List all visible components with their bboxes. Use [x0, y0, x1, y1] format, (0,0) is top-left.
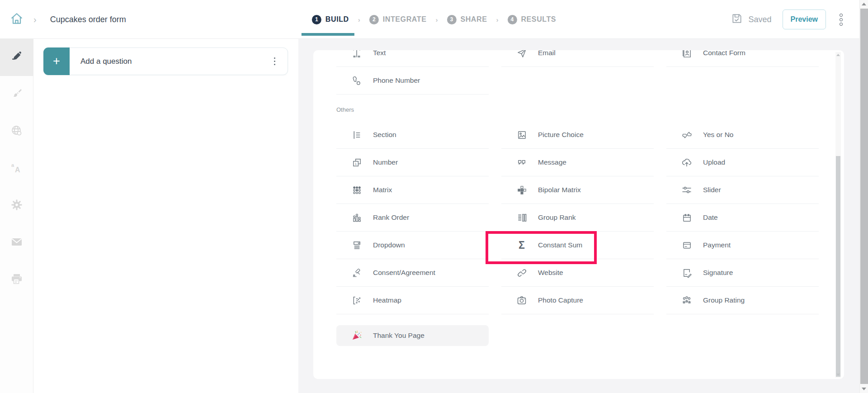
credit-card-icon	[681, 240, 692, 251]
question-type-email[interactable]: Email	[501, 50, 654, 67]
camera-icon	[516, 295, 527, 306]
tab-share[interactable]: 3 SHARE	[447, 15, 487, 24]
question-type-picture-choice[interactable]: Picture Choice	[501, 121, 654, 149]
question-type-picker: Text Email Contact Form	[313, 50, 844, 379]
scroll-up-arrow-icon[interactable]	[836, 54, 840, 56]
empty-cell	[666, 67, 819, 95]
window-scrollbar-thumb[interactable]	[860, 9, 868, 384]
sidebar-item-settings[interactable]	[0, 187, 33, 224]
step-number-badge: 2	[369, 15, 379, 24]
others-section-heading: Others	[313, 95, 844, 121]
slider-icon	[681, 185, 692, 195]
chevron-right-icon: ›	[435, 16, 438, 24]
add-question-button[interactable]: + Add a question	[43, 47, 288, 75]
group-rank-icon	[516, 212, 527, 223]
message-icon	[516, 157, 527, 168]
printer-icon	[10, 273, 23, 287]
tab-integrate[interactable]: 2 INTEGRATE	[369, 15, 427, 24]
question-type-upload[interactable]: Upload	[666, 149, 819, 176]
empty-cell	[501, 314, 654, 342]
question-type-rank-order[interactable]: Rank Order	[336, 204, 489, 232]
dropdown-icon	[351, 240, 362, 251]
question-options-kebab-icon[interactable]	[272, 55, 278, 68]
more-options-kebab-icon[interactable]	[837, 11, 845, 28]
top-header: › Cupcakes order form 1 BUILD › 2 INTEGR…	[0, 0, 868, 39]
scroll-up-arrow-icon[interactable]	[862, 3, 866, 5]
sidebar-item-build-questions[interactable]	[0, 39, 33, 76]
signature-icon	[681, 267, 692, 278]
question-type-phone-number[interactable]: Phone Number	[336, 67, 489, 95]
question-type-consent-agreement[interactable]: Consent/Agreement	[336, 259, 489, 287]
question-type-section[interactable]: Section	[336, 121, 489, 149]
questions-panel: + Add a question	[33, 39, 298, 393]
paint-brush-icon	[11, 88, 23, 101]
question-type-constant-sum[interactable]: Σ Constant Sum	[501, 232, 654, 259]
section-icon	[351, 129, 362, 140]
pencil-icon	[11, 51, 23, 64]
home-button[interactable]	[0, 0, 33, 39]
contact-form-icon	[681, 50, 692, 58]
question-type-number[interactable]: 1 Number	[336, 149, 489, 176]
step-number-badge: 1	[312, 15, 321, 24]
workflow-steps: 1 BUILD › 2 INTEGRATE › 3 SHARE › 4 RESU…	[312, 0, 556, 39]
question-type-thank-you-page[interactable]: Thank You Page	[336, 325, 489, 346]
question-type-dropdown[interactable]: Dropdown	[336, 232, 489, 259]
tab-build[interactable]: 1 BUILD	[312, 15, 349, 24]
sigma-icon: Σ	[516, 240, 527, 251]
form-title: Cupcakes order form	[50, 15, 126, 24]
matrix-icon	[351, 185, 362, 195]
picker-scrollbar[interactable]	[835, 52, 841, 378]
sidebar-item-print[interactable]	[0, 261, 33, 298]
question-type-contact-form[interactable]: Contact Form	[666, 50, 819, 67]
question-type-matrix[interactable]: Matrix	[336, 176, 489, 204]
globe-icon	[10, 124, 23, 139]
bipolar-matrix-icon	[516, 185, 527, 195]
question-type-signature[interactable]: Signature	[666, 259, 819, 287]
question-type-payment[interactable]: Payment	[666, 232, 819, 259]
question-type-message[interactable]: Message	[501, 149, 654, 176]
question-type-group-rating[interactable]: Group Rating	[666, 287, 819, 314]
add-question-label: Add a question	[80, 57, 132, 66]
sidebar-item-design[interactable]	[0, 76, 33, 113]
heatmap-icon	[351, 295, 362, 306]
breadcrumb-separator-icon: ›	[33, 14, 37, 25]
question-type-group-rank[interactable]: Group Rank	[501, 204, 654, 232]
sidebar-item-globe-settings[interactable]	[0, 113, 33, 150]
scroll-down-arrow-icon[interactable]	[836, 374, 840, 376]
scroll-down-arrow-icon[interactable]	[862, 388, 866, 390]
sidebar-item-translate[interactable]: a A	[0, 150, 33, 187]
text-icon	[351, 50, 362, 58]
svg-text:1: 1	[354, 161, 356, 166]
window-scrollbar[interactable]	[859, 0, 868, 393]
tab-results[interactable]: 4 RESULTS	[507, 15, 556, 24]
rank-order-icon	[351, 212, 362, 223]
gavel-icon	[351, 267, 362, 278]
empty-cell	[666, 314, 819, 342]
home-icon	[10, 12, 24, 27]
question-type-date[interactable]: Date	[666, 204, 819, 232]
question-type-text[interactable]: Text	[336, 50, 489, 67]
preview-button[interactable]: Preview	[783, 9, 826, 29]
saved-label: Saved	[748, 15, 771, 24]
calendar-icon	[681, 212, 692, 223]
group-rating-icon	[681, 295, 692, 306]
save-icon	[731, 13, 743, 26]
number-icon: 1	[351, 157, 362, 168]
sidebar-item-email[interactable]	[0, 224, 33, 261]
left-sidebar: a A	[0, 39, 33, 393]
save-status: Saved	[731, 13, 771, 26]
chevron-right-icon: ›	[358, 16, 360, 24]
picture-choice-icon	[516, 129, 527, 140]
question-type-bipolar-matrix[interactable]: Bipolar Matrix	[501, 176, 654, 204]
email-icon	[516, 50, 527, 58]
question-type-website[interactable]: Website	[501, 259, 654, 287]
question-type-yes-or-no[interactable]: Yes or No	[666, 121, 819, 149]
svg-text:a: a	[11, 162, 14, 168]
picker-scrollbar-thumb[interactable]	[836, 156, 840, 377]
question-type-heatmap[interactable]: Heatmap	[336, 287, 489, 314]
question-type-slider[interactable]: Slider	[666, 176, 819, 204]
question-type-photo-capture[interactable]: Photo Capture	[501, 287, 654, 314]
plus-icon: +	[43, 47, 70, 75]
step-number-badge: 4	[507, 15, 517, 24]
empty-cell	[501, 67, 654, 95]
